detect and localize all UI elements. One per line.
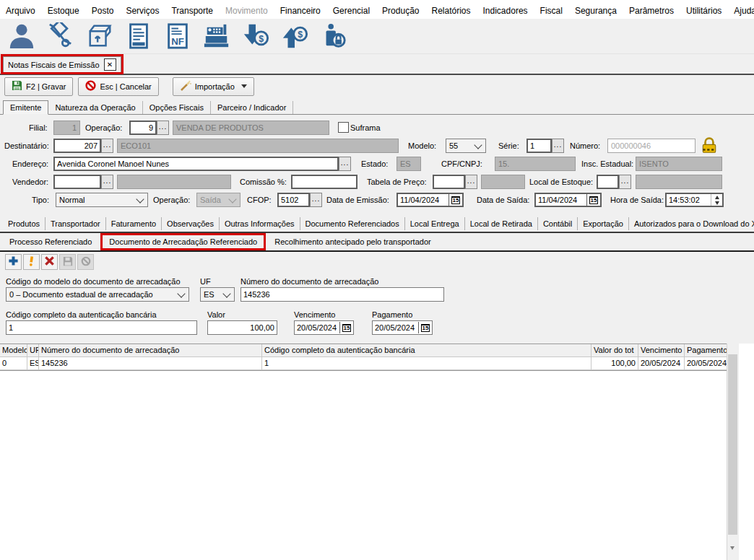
column-header-numero[interactable]: Número do documento de arrecadação <box>39 344 262 357</box>
add-record-button[interactable] <box>5 254 22 270</box>
vencimento-field[interactable]: 20/05/2024 15 <box>294 320 354 335</box>
package-icon[interactable] <box>85 22 114 51</box>
menu-item-movimento[interactable]: Movimento <box>225 6 268 16</box>
close-tab-icon[interactable]: ✕ <box>104 58 116 71</box>
money-in-icon[interactable]: $ <box>241 22 270 51</box>
money-out-icon[interactable]: $ <box>280 22 309 51</box>
time-spinner[interactable] <box>711 194 722 206</box>
operacao-lookup-button[interactable]: ... <box>157 121 169 135</box>
edit-record-button[interactable] <box>23 254 40 270</box>
autenticacao-input[interactable] <box>6 320 197 335</box>
menu-item-servicos[interactable]: Serviços <box>126 6 159 16</box>
serie-lookup-button[interactable]: ... <box>552 139 564 153</box>
operacao-code-input[interactable] <box>129 121 157 135</box>
tab-local-de-retirada[interactable]: Local de Retirada <box>465 217 538 230</box>
column-header-valor[interactable]: Valor do tot <box>592 344 638 357</box>
tabela-preco-lookup-button[interactable]: ... <box>465 175 477 189</box>
comissao-input[interactable] <box>291 175 358 189</box>
tab-produtos[interactable]: Produtos <box>3 217 46 230</box>
cfop-lookup-button[interactable]: ... <box>310 193 322 207</box>
calendar-icon[interactable]: 15 <box>586 194 600 206</box>
vendedor-input[interactable] <box>53 175 101 189</box>
subtab-processo-referenciado[interactable]: Processo Referenciado <box>3 235 98 248</box>
valor-input[interactable] <box>207 320 277 335</box>
cfop-input[interactable] <box>277 193 310 207</box>
tab-parceiro-indicador[interactable]: Parceiro / Indicador <box>211 101 293 114</box>
delete-record-button[interactable] <box>41 254 58 270</box>
spinner-down-icon[interactable] <box>715 201 719 205</box>
column-header-modelo[interactable]: Modelo <box>0 344 27 357</box>
vertical-scrollbar[interactable] <box>727 344 739 560</box>
menu-item-ajuda[interactable]: Ajuda <box>734 6 754 16</box>
customer-icon[interactable] <box>7 22 36 51</box>
menu-item-financeiro[interactable]: Financeiro <box>280 6 321 16</box>
calendar-icon[interactable]: 15 <box>339 322 353 333</box>
tab-contabil[interactable]: Contábil <box>538 217 578 230</box>
import-button[interactable]: Importação <box>173 77 254 96</box>
column-header-autenticacao[interactable]: Código completo da autenticação bancária <box>262 344 592 357</box>
destinatario-code-input[interactable] <box>53 139 101 153</box>
tipo-dropdown[interactable]: Normal <box>56 193 148 207</box>
local-estoque-input[interactable] <box>597 175 619 189</box>
endereco-lookup-button[interactable]: ... <box>339 157 351 171</box>
modelo-dropdown[interactable]: 55 <box>446 139 486 153</box>
data-emissao-field[interactable]: 11/04/2024 15 <box>396 193 464 207</box>
calendar-icon[interactable]: 15 <box>448 194 462 206</box>
endereco-input[interactable] <box>53 157 339 171</box>
spinner-up-icon[interactable] <box>715 196 719 199</box>
nf-document-icon[interactable]: NF <box>163 22 192 51</box>
cancel-button[interactable]: Esc | Cancelar <box>78 77 158 96</box>
scroll-down-icon[interactable] <box>730 550 734 559</box>
tab-autorizados-download-xml[interactable]: Autorizados para o Download do XML <box>629 217 754 230</box>
destinatario-lookup-button[interactable]: ... <box>101 139 113 153</box>
menu-item-posto[interactable]: Posto <box>92 6 114 16</box>
tab-local-entrega[interactable]: Local Entrega <box>405 217 465 230</box>
tab-natureza-da-operacao[interactable]: Natureza da Operação <box>48 101 142 114</box>
serie-input[interactable] <box>526 139 552 153</box>
hora-saida-field[interactable]: 14:53:02 <box>665 193 724 207</box>
tab-emitente[interactable]: Emitente <box>3 100 48 115</box>
local-estoque-lookup-button[interactable]: ... <box>619 175 631 189</box>
save-button[interactable]: F2 | Gravar <box>4 77 73 96</box>
table-row[interactable]: 0 ES 145236 1 100,00 20/05/2024 20/05/20… <box>0 357 727 370</box>
menu-item-transporte[interactable]: Transporte <box>171 6 213 16</box>
menu-item-gerencial[interactable]: Gerencial <box>333 6 370 16</box>
cash-lock-icon[interactable] <box>319 22 348 51</box>
modelo-arrecadacao-dropdown[interactable]: 0 – Documento estadual de arrecadação <box>6 287 189 302</box>
tab-outras-informacoes[interactable]: Outras Informações <box>220 217 300 230</box>
lock-icon[interactable] <box>701 137 718 155</box>
pagamento-field[interactable]: 20/05/2024 15 <box>372 320 433 335</box>
tab-documento-referenciados[interactable]: Documento Referenciados <box>300 217 405 230</box>
tab-exportacao[interactable]: Exportação <box>578 217 629 230</box>
vendedor-lookup-button[interactable]: ... <box>101 175 113 189</box>
column-header-vencimento[interactable]: Vencimento <box>638 344 685 357</box>
subtab-recolhimento-antecipado[interactable]: Recolhimento antecipado pelo transportad… <box>268 235 437 248</box>
uf-dropdown[interactable]: ES <box>200 287 235 302</box>
suframa-checkbox[interactable] <box>338 122 349 133</box>
hand-truck-icon[interactable] <box>46 22 75 51</box>
menu-item-fiscal[interactable]: Fiscal <box>540 6 563 16</box>
menu-item-producao[interactable]: Produção <box>382 6 419 16</box>
column-header-pagamento[interactable]: Pagamento <box>685 344 727 357</box>
menu-item-utilitarios[interactable]: Utilitários <box>686 6 722 16</box>
menu-item-seguranca[interactable]: Segurança <box>575 6 617 16</box>
cash-register-icon[interactable] <box>202 22 231 51</box>
tab-observacoes[interactable]: Observações <box>162 217 220 230</box>
tab-transportador[interactable]: Transportador <box>46 217 106 230</box>
menu-item-parametros[interactable]: Parâmetros <box>629 6 674 16</box>
column-header-uf[interactable]: UF <box>27 344 39 357</box>
tabela-preco-input[interactable] <box>433 175 465 189</box>
menu-item-arquivo[interactable]: Arquivo <box>6 6 35 16</box>
tab-notas-fiscais-de-emissao[interactable]: Notas Fiscais de Emissão ✕ <box>3 56 121 72</box>
numero-arrecadacao-input[interactable] <box>240 287 444 302</box>
menu-item-indicadores[interactable]: Indicadores <box>483 6 528 16</box>
subtab-documento-arrecadacao-referenciado[interactable]: Documento de Arrecadação Referenciado <box>103 235 264 248</box>
scrollbar-thumb[interactable] <box>728 354 737 535</box>
menu-item-relatorios[interactable]: Relatórios <box>431 6 470 16</box>
data-saida-field[interactable]: 11/04/2024 15 <box>534 193 602 207</box>
tab-faturamento[interactable]: Faturamento <box>106 217 162 230</box>
menu-item-estoque[interactable]: Estoque <box>48 6 79 16</box>
calendar-icon[interactable]: 15 <box>418 322 432 333</box>
invoice-icon[interactable] <box>124 22 153 51</box>
tab-opcoes-fiscais[interactable]: Opções Fiscais <box>143 101 211 114</box>
